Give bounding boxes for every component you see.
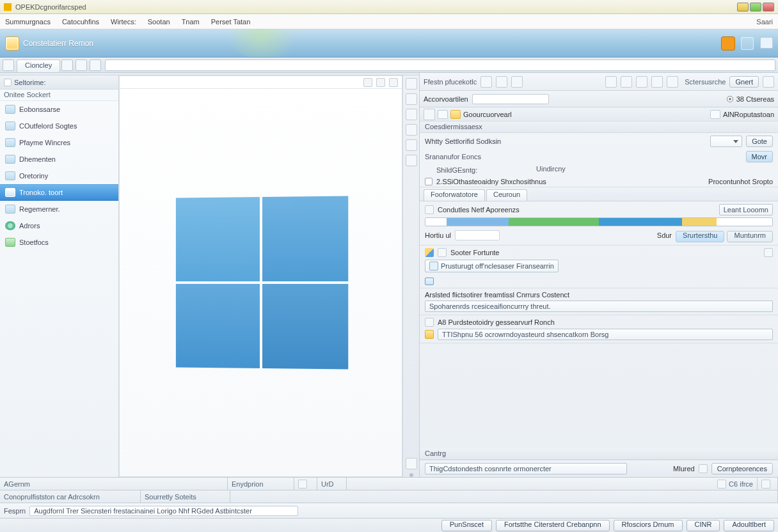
tab-tool-icon[interactable] [75, 59, 87, 71]
group-label: Sooter Fortunte [450, 249, 499, 256]
option-box[interactable]: Prusturugt off'nclesaser Firansearrin [425, 260, 559, 272]
tab-strip: Cioncley [0, 58, 778, 73]
rail-icon[interactable] [406, 458, 417, 469]
panel-toggle-icon[interactable] [760, 37, 773, 49]
footer-button[interactable]: Adoultlbert [724, 520, 774, 531]
path-segment[interactable]: AlNRoputastoan [723, 111, 774, 118]
menu-item[interactable]: Tnam [182, 18, 200, 26]
menu-right[interactable]: Saari [756, 18, 773, 26]
overflow-icon[interactable] [763, 76, 774, 88]
sidebar-subtitle: Onitee Sockert [0, 90, 118, 101]
sidebar-item[interactable]: Oretoriny [0, 168, 118, 184]
ribbon-button[interactable] [741, 37, 754, 50]
arrow-icon[interactable] [90, 59, 101, 71]
key-icon[interactable] [722, 37, 734, 50]
tool-icon[interactable] [496, 76, 507, 88]
filter-field[interactable] [472, 94, 549, 104]
path-icon [710, 110, 720, 119]
status-label: C6 ifrce [729, 480, 753, 488]
tab-tool-icon[interactable] [61, 59, 73, 71]
grip-icon[interactable] [376, 78, 385, 87]
sidebar-item[interactable]: COutfelord Sogtes [0, 118, 118, 134]
rail-icon[interactable] [406, 155, 417, 166]
rail-icon[interactable] [406, 124, 417, 136]
tool-icon[interactable] [480, 76, 492, 88]
mode-dropdown[interactable] [710, 136, 742, 147]
path-segment[interactable]: Goourcuorvearl [463, 111, 512, 118]
options-icon[interactable] [764, 248, 773, 257]
checkbox[interactable] [425, 178, 433, 185]
radio-icon[interactable] [727, 97, 733, 102]
group-side-button[interactable]: Gote [746, 136, 773, 147]
menu-item[interactable]: Sootan [148, 18, 170, 26]
window-title: OPEKDcgnorifarcsped [15, 3, 86, 11]
progress-group: Condutles Netf Aporeenzs Leant Looomn Ho… [420, 201, 778, 246]
row-label: Srananufor Eoncs [425, 153, 521, 160]
close-panel-icon[interactable] [389, 78, 398, 87]
footer-button[interactable]: Rfosciors Drnum [614, 520, 683, 531]
menu-item[interactable]: Perset Tatan [211, 18, 251, 26]
status-icon[interactable] [717, 480, 726, 489]
tool-icon[interactable] [667, 76, 678, 88]
nav-back-icon[interactable] [3, 59, 14, 71]
sidebar-item-selected[interactable]: Tronoko. toort [0, 184, 118, 201]
close-button[interactable] [763, 3, 774, 12]
status-icon[interactable] [761, 480, 770, 489]
footer-long-field[interactable]: Augdfornl Trer Siecnsteri frestacinainei… [29, 506, 298, 516]
tab-main[interactable]: Cioncley [17, 59, 60, 72]
status-tab[interactable]: Sourretly Soteits [141, 490, 230, 503]
rail-icon[interactable] [406, 93, 417, 105]
inner-tab[interactable]: Ceuroun [486, 189, 527, 201]
menu-item[interactable]: Summurgnacs [5, 18, 51, 26]
rail-icon[interactable] [406, 139, 417, 151]
tool-icon[interactable] [636, 76, 647, 88]
footer-button[interactable]: PunSnscet [441, 520, 492, 531]
rail-icon[interactable] [406, 109, 417, 120]
toolbar-button[interactable]: Gnert [729, 76, 759, 88]
path-field[interactable]: ThigCdstondesth cosnnrte ormonercter [425, 463, 627, 474]
status-cell: AGernm [0, 477, 228, 490]
tab-button[interactable]: Movr [746, 151, 773, 162]
status-icon[interactable] [298, 480, 307, 489]
address-bar[interactable] [105, 59, 775, 71]
sidebar-item[interactable]: Pfayme Wincres [0, 134, 118, 151]
menu-item[interactable]: Wirtecs: [111, 18, 136, 26]
minimize-button[interactable] [737, 3, 749, 12]
tool-icon[interactable] [605, 76, 617, 88]
mini-button[interactable]: Srurtersthu [676, 231, 724, 242]
tool-icon[interactable] [651, 76, 663, 88]
footer-mid-label: Mlured [673, 465, 695, 473]
info-line: Arslsted flictsotirer freamtissl Cnrrurs… [425, 291, 569, 299]
inner-tab[interactable]: Fooforwatotore [424, 189, 485, 201]
info-box[interactable]: Spoharenrds rcesiceaifioncurrry threut. [425, 301, 773, 312]
sidebar-item[interactable]: Eobonssarse [0, 101, 118, 118]
usage-bar [425, 217, 773, 226]
note-icon [5, 171, 15, 180]
value-field[interactable] [455, 230, 500, 240]
tool-icon[interactable] [511, 76, 523, 88]
mini-button[interactable]: Muntunrm [727, 231, 773, 242]
row-key: ShildGEsntg: [436, 166, 532, 174]
path-text: TTIShpnu 56 ocrowrndoyasteurd shsencatko… [442, 331, 608, 338]
options-icon[interactable] [699, 464, 708, 473]
group-title: Whtty Settlorifid Sodksin [425, 137, 501, 145]
sidebar-item[interactable]: Dhementen [0, 151, 118, 168]
collapse-icon[interactable] [4, 79, 12, 86]
panel-icon[interactable] [363, 78, 372, 87]
sidebar-item[interactable]: Regemerner. [0, 201, 118, 217]
maximize-button[interactable] [750, 3, 761, 12]
menu-item[interactable]: Catocuhfins [62, 18, 99, 26]
preview-toolbar [120, 76, 402, 89]
status-tab[interactable]: Conoprulfistston car Adrcsokrn [0, 490, 141, 503]
sidebar-item[interactable]: Adrors [0, 217, 118, 234]
rail-icon[interactable] [406, 78, 417, 90]
footer-button[interactable]: Cornpteorences [711, 463, 773, 474]
check-icon [5, 188, 15, 197]
tool-icon[interactable] [621, 76, 632, 88]
footer-button[interactable]: CINR [687, 520, 720, 531]
path-box[interactable]: TTIShpnu 56 ocrowrndoyasteurd shsencatko… [438, 329, 773, 340]
back-icon[interactable] [424, 109, 435, 120]
sidebar-item[interactable]: Stoetfocs [0, 234, 118, 251]
footer-button[interactable]: Fortstthe Citersterd Crebanpnn [496, 520, 610, 531]
module-icon [425, 205, 434, 214]
